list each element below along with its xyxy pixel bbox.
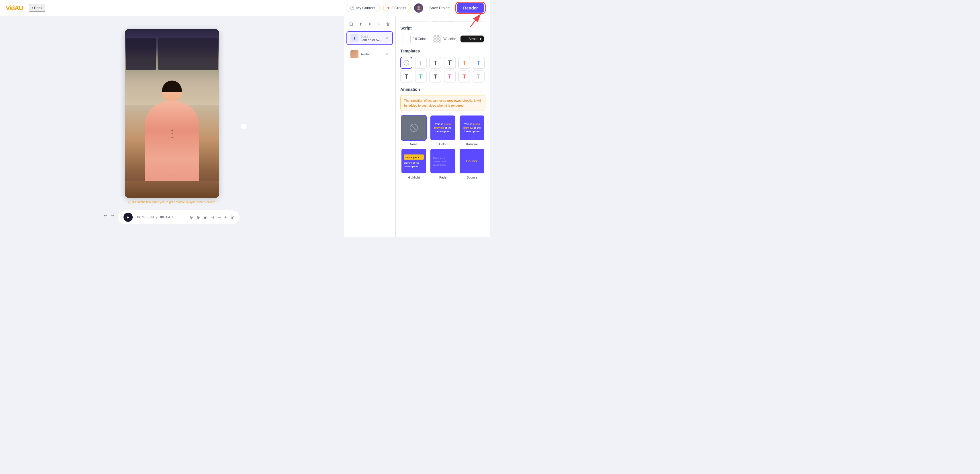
template-8[interactable]: T [429, 70, 441, 83]
stroke-chevron-icon: ▾ [480, 37, 481, 41]
header-right: 🕐 My Content ♥ 2 Credits Save Project Re… [345, 3, 484, 13]
template-7[interactable]: T [415, 70, 427, 83]
clock-icon: 🕐 [350, 6, 355, 10]
chevron-left-icon: ‹ [32, 6, 33, 10]
redo-button[interactable]: ↪ [111, 213, 114, 218]
layer-avatar-thumbnail [350, 50, 358, 58]
eye-icon-script[interactable]: 👁 [385, 36, 389, 40]
credits-label: 2 Credits [391, 6, 406, 10]
layer-info-script: Script I am an AI Av... [361, 35, 383, 41]
layers-panel: ❑ ⬆ ⬇ + 🗑 T Script I am an AI Av... 👁 Av… [344, 16, 395, 237]
templates-grid: T T T T T T T T T T T [400, 57, 485, 83]
anim-item-bounce[interactable]: Bounce Bounce [458, 148, 485, 179]
script-section-title: Script [400, 26, 485, 30]
logo: VidAU [6, 4, 23, 12]
undo-button[interactable]: ↩ [104, 213, 107, 218]
template-6[interactable]: T [400, 70, 412, 83]
anim-thumb-bounce: Bounce [459, 148, 485, 174]
move-down-layer-button[interactable]: ⬇ [367, 21, 373, 27]
layer-item-script[interactable]: T Script I am an AI Av... 👁 [347, 31, 393, 45]
properties-panel: Script Fill Color BG color Stroke ▾ Temp… [395, 16, 490, 237]
playback-controls: ▶ 00:00.00 / 00:04.83 ⊖ ⊕ ▣ ⊣ ⊢ + 🗑 [118, 210, 240, 224]
anim-label-fade: Fade [439, 176, 447, 179]
bg-color-label: BG color [442, 37, 456, 41]
template-1[interactable]: T [415, 57, 427, 69]
svg-point-0 [417, 6, 420, 8]
anim-preview-color: This is just a preview of the transcript… [430, 120, 455, 135]
template-none[interactable] [400, 57, 412, 69]
add-layer-button[interactable]: + [377, 21, 381, 27]
templates-section-title: Templates [400, 49, 485, 53]
my-content-label: My Content [356, 6, 375, 10]
template-9[interactable]: T [444, 70, 456, 83]
layer-type-script: Script [361, 35, 383, 38]
bg-color-option[interactable]: BG color [430, 34, 458, 44]
back-label: Back [34, 6, 42, 10]
bg-color-swatch [433, 35, 441, 43]
anim-label-highlight: Highlight [407, 176, 420, 179]
svg-line-4 [404, 61, 408, 65]
template-11[interactable]: T [473, 70, 485, 83]
main-area: ⓘ It's not the final video yet, To get a… [0, 16, 490, 237]
template-5[interactable]: T [473, 57, 485, 69]
add-icon[interactable]: + [224, 215, 227, 220]
anim-item-highlight[interactable]: This is just a preview of the transcript… [400, 148, 427, 179]
crop-icon[interactable]: ▣ [204, 215, 207, 220]
header: VidAU ‹ Back 🕐 My Content ♥ 2 Credits Sa… [0, 0, 490, 16]
fill-color-label: Fill Color [412, 37, 426, 41]
zoom-out-icon[interactable]: ⊖ [190, 215, 193, 220]
stroke-swatch [463, 37, 467, 41]
layer-info-avatar: Avatar [361, 52, 383, 56]
anim-thumb-highlight: This is just a preview of the transcript… [401, 148, 427, 174]
anim-preview-karaoke: This is just a preview of the transcript… [460, 120, 484, 135]
video-preview [125, 29, 219, 198]
animation-section-title: Animation [400, 87, 485, 92]
avatar [414, 3, 423, 13]
fill-color-option[interactable]: Fill Color [400, 34, 428, 44]
panel-toggle-chevron[interactable]: › [241, 124, 247, 130]
layer-desc-avatar: Avatar [361, 52, 383, 56]
animation-grid: None This is just a preview of the trans… [400, 115, 485, 179]
layer-script-icon: T [350, 34, 358, 42]
anim-item-none[interactable]: None [400, 115, 427, 146]
move-up-layer-button[interactable]: ⬆ [358, 21, 364, 27]
anim-thumb-none [401, 115, 427, 141]
prop-divider [400, 21, 485, 22]
template-10[interactable]: T [458, 70, 470, 83]
stroke-dropdown[interactable]: Stroke ▾ [460, 35, 484, 42]
split-left-icon[interactable]: ⊣ [211, 215, 214, 220]
my-content-button[interactable]: 🕐 My Content [345, 4, 379, 12]
layer-item-avatar[interactable]: Avatar 👁 [347, 47, 393, 61]
canvas-area: ⓘ It's not the final video yet, To get a… [0, 16, 344, 237]
svg-line-6 [411, 125, 417, 131]
video-warning: ⓘ It's not the final video yet, To get a… [128, 200, 216, 204]
fill-color-swatch [402, 35, 410, 43]
heart-icon: ♥ [387, 6, 390, 10]
anim-item-fade[interactable]: This is just a preview of the transcript… [430, 148, 457, 179]
delete-layer-button[interactable]: 🗑 [385, 21, 391, 27]
anim-item-color[interactable]: This is just a preview of the transcript… [430, 115, 457, 146]
time-display: 00:00.00 / 00:04.83 [137, 215, 177, 219]
anim-label-karaoke: Karaoke [466, 142, 478, 146]
template-3[interactable]: T [444, 57, 456, 69]
render-button[interactable]: Render [457, 3, 484, 13]
anim-item-karaoke[interactable]: This is just a preview of the transcript… [458, 115, 485, 146]
eye-icon-avatar[interactable]: 👁 [385, 52, 389, 56]
anim-thumb-fade: This is just a preview of the transcript… [430, 148, 456, 174]
template-4[interactable]: T [458, 57, 470, 69]
duplicate-layer-button[interactable]: ❑ [348, 21, 354, 27]
split-right-icon[interactable]: ⊢ [218, 215, 221, 220]
template-2[interactable]: T [429, 57, 441, 69]
logo-au: AU [14, 4, 23, 11]
anim-label-color: Color [439, 142, 447, 146]
delete-icon[interactable]: 🗑 [230, 215, 234, 220]
save-project-button[interactable]: Save Project [427, 4, 453, 12]
back-button[interactable]: ‹ Back [29, 4, 45, 12]
anim-label-bounce: Bounce [467, 176, 477, 179]
animation-warning: The transition effect cannot be previewe… [400, 95, 485, 111]
play-button[interactable]: ▶ [124, 213, 133, 222]
anim-label-none: None [410, 142, 417, 146]
credits-button[interactable]: ♥ 2 Credits [383, 4, 410, 12]
anim-none-icon [401, 116, 426, 140]
zoom-in-icon[interactable]: ⊕ [197, 215, 200, 220]
